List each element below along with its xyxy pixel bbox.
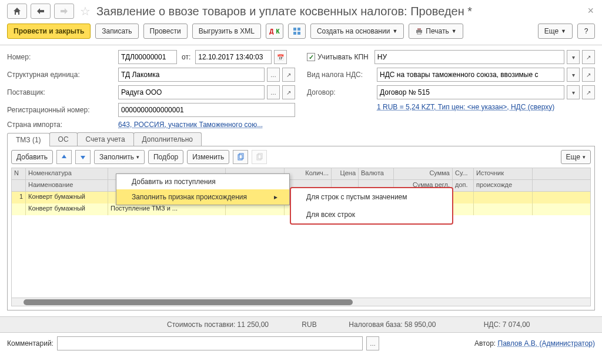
supplier-dots-icon[interactable]: … [267, 85, 280, 99]
move-down-icon[interactable] [75, 150, 91, 164]
svg-rect-3 [297, 32, 300, 35]
calendar-icon[interactable]: 📅 [274, 50, 287, 64]
back-button[interactable] [31, 4, 51, 19]
vat-total: НДС: 7 074,00 [484, 320, 595, 329]
forward-button[interactable] [54, 4, 74, 19]
tab-additional[interactable]: Дополнительно [133, 132, 202, 146]
tab-os[interactable]: ОС [49, 132, 78, 146]
fill-dropdown: Добавить из поступления Заполнить призна… [116, 173, 290, 205]
close-icon[interactable]: × [587, 5, 594, 17]
vat-input[interactable] [377, 68, 564, 82]
export-xml-button[interactable]: Выгрузить в XML [192, 24, 261, 39]
help-button[interactable]: ? [577, 24, 595, 39]
post-button[interactable]: Провести [143, 24, 188, 39]
paste-icon[interactable] [252, 150, 267, 164]
vat-label: Вид налога НДС: [307, 71, 374, 79]
comment-label: Комментарий: [7, 339, 53, 348]
svg-rect-8 [239, 153, 243, 159]
svg-rect-1 [297, 28, 300, 31]
kpn-input[interactable] [374, 50, 564, 64]
post-and-close-button[interactable]: Провести и закрыть [7, 24, 91, 39]
copy-icon[interactable] [233, 150, 248, 164]
comment-dots-icon[interactable]: … [366, 336, 379, 350]
supplier-input[interactable] [118, 85, 265, 99]
col-nomen[interactable]: Номенклатура [26, 168, 108, 179]
sub-more-button[interactable]: Еще▾ [561, 150, 591, 164]
vat-open-icon[interactable]: ↗ [582, 68, 595, 82]
tab-accounts[interactable]: Счета учета [77, 132, 134, 146]
fill-button[interactable]: Заполнить▾ [94, 150, 145, 164]
author-label: Автор: [474, 339, 496, 348]
submenu-for-all[interactable]: Для всех строк [291, 206, 452, 223]
add-row-button[interactable]: Добавить [11, 150, 53, 164]
svg-rect-9 [257, 155, 261, 160]
menu-add-from-receipt[interactable]: Добавить из поступления [116, 174, 289, 189]
unit-dots-icon[interactable]: … [267, 68, 280, 82]
vat-drop-icon[interactable]: ▾ [567, 68, 580, 82]
contract-open-icon[interactable]: ↗ [582, 85, 595, 99]
number-label: Номер: [7, 53, 116, 61]
rate-link[interactable]: 1 RUB = 5,24 KZT, Тип цен: <не указан>, … [377, 103, 554, 111]
regnum-input[interactable] [118, 103, 295, 117]
import-country-label: Страна импорта: [7, 121, 116, 129]
totals-bar: Стоимость поставки: 11 250,00 RUB Налого… [0, 316, 602, 333]
contract-label: Договор: [307, 88, 374, 96]
dk-icon-button[interactable]: ДК [266, 24, 283, 39]
create-on-basis-button[interactable]: Создать на основании▼ [310, 24, 404, 39]
contract-input[interactable] [377, 85, 564, 99]
registers-icon-button[interactable] [288, 24, 306, 39]
move-up-icon[interactable] [56, 150, 72, 164]
unit-open-icon[interactable]: ↗ [282, 68, 295, 82]
tax-base: Налоговая база: 58 950,00 [349, 320, 460, 329]
svg-rect-10 [258, 153, 262, 159]
comment-input[interactable] [57, 336, 363, 350]
contract-drop-icon[interactable]: ▾ [567, 85, 580, 99]
change-button[interactable]: Изменить [187, 150, 229, 164]
svg-rect-6 [417, 32, 421, 34]
author-link[interactable]: Павлов А.В. (Администратор) [498, 339, 596, 348]
svg-rect-0 [293, 28, 296, 31]
date-input[interactable] [195, 50, 272, 64]
submenu-for-empty[interactable]: Для строк с пустым значением [291, 188, 452, 206]
supplier-open-icon[interactable]: ↗ [282, 85, 295, 99]
svg-rect-2 [293, 32, 296, 35]
fill-origin-submenu: Для строк с пустым значением Для всех ст… [290, 187, 453, 225]
kpn-open-icon[interactable]: ↗ [582, 50, 595, 64]
currency: RUB [302, 320, 325, 329]
col-orig[interactable]: Источник [474, 168, 533, 179]
col-qty[interactable]: Колич... [285, 168, 332, 179]
page-title: Заявление о ввозе товаров и уплате косве… [96, 5, 472, 18]
col-price[interactable]: Цена [332, 168, 359, 179]
svg-rect-7 [238, 155, 242, 160]
regnum-label: Регистрационный номер: [7, 106, 116, 114]
number-input[interactable] [118, 50, 177, 64]
import-country-link[interactable]: 643, РОССИЯ, участник Таможенного сою... [118, 121, 263, 129]
unit-input[interactable] [118, 68, 265, 82]
home-button[interactable] [7, 4, 27, 19]
print-button[interactable]: Печать▼ [409, 24, 463, 39]
col-curr[interactable]: Валюта [359, 168, 394, 179]
horizontal-scrollbar[interactable] [12, 298, 590, 306]
star-icon[interactable]: ☆ [80, 4, 91, 18]
tab-tmz[interactable]: ТМЗ (1) [7, 133, 50, 146]
kpn-drop-icon[interactable]: ▾ [567, 50, 580, 64]
kpn-label: Учитывать КПН [317, 53, 369, 61]
col-sumdop[interactable]: Су... [453, 168, 474, 179]
more-button[interactable]: Еще▼ [538, 24, 573, 39]
menu-fill-origin[interactable]: Заполнить признак происхождения ▸ [116, 189, 289, 205]
supplier-label: Поставщик: [7, 88, 116, 96]
col-sum[interactable]: Сумма [394, 168, 453, 179]
tabs: ТМЗ (1) ОС Счета учета Дополнительно [7, 132, 595, 146]
col-n[interactable]: N [12, 168, 26, 179]
save-button[interactable]: Записать [95, 24, 138, 39]
kpn-checkbox[interactable]: ✓ [307, 53, 315, 61]
svg-rect-5 [417, 28, 421, 30]
from-label: от: [182, 53, 190, 61]
supply-cost: Стоимость поставки: 11 250,00 [167, 320, 278, 329]
main-toolbar: Провести и закрыть Записать Провести Выг… [0, 19, 602, 45]
select-button[interactable]: Подбор [148, 150, 183, 164]
chevron-right-icon: ▸ [274, 193, 277, 201]
unit-label: Структурная единица: [7, 71, 116, 79]
